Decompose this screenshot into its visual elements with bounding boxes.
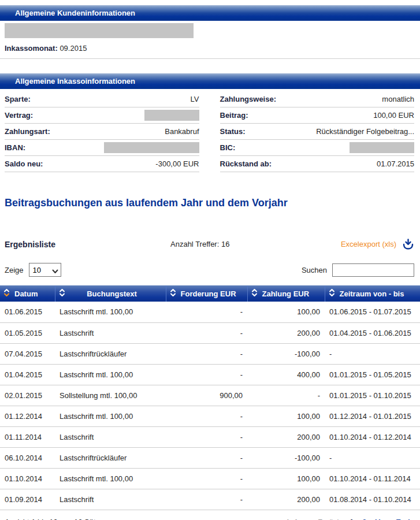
column-label: Zeitraum von - bis [340, 289, 404, 298]
table-row: 01.11.2014Lastschrift-200,0001.10.2014 -… [0, 426, 420, 447]
cell-datum: 07.04.2015 [0, 343, 55, 364]
section-title: Allgemeine Kundeninformationen [15, 9, 135, 17]
table-row: 01.10.2014Lastschrift mtl. 100,00-100,00… [0, 468, 420, 489]
sort-icon [3, 288, 10, 299]
section-header-kundeninformationen: Allgemeine Kundeninformationen [0, 5, 420, 21]
cell-zeitraum-von-bis: 01.10.2014 - 01.12.2014 [325, 426, 420, 447]
table-row: 06.10.2014Lastschriftrückläufer--100,00- [0, 447, 420, 468]
cell-zeitraum-von-bis: - [325, 447, 420, 468]
cell-datum: 01.09.2014 [0, 489, 55, 510]
redacted-value [350, 142, 414, 153]
column-header-datum[interactable]: Datum [0, 285, 55, 302]
cell-buchungstext: Lastschrift [55, 426, 166, 447]
redacted-value [144, 110, 199, 121]
info-value: monatlich [382, 95, 414, 103]
table-row: 02.01.2015Sollstellung mtl. 100,00900,00… [0, 385, 420, 406]
info-label: Sparte: [5, 95, 31, 103]
cell-buchungstext: Lastschrift mtl. 100,00 [55, 406, 166, 426]
sort-icon [59, 288, 65, 299]
cell-zeitraum-von-bis: 01.04.2015 - 01.06.2015 [325, 322, 420, 343]
pagination-page-2[interactable]: 2 [362, 518, 366, 520]
page: Allgemeine Kundeninformationen Inkassomo… [0, 0, 420, 520]
sort-icon [170, 288, 176, 299]
info-label: Saldo neu: [5, 159, 43, 168]
cell-buchungstext: Lastschriftrückläufer [55, 343, 166, 364]
info-row-zahlungsweise: Zahlungsweise:monatlich [220, 91, 415, 107]
cell-zahlung-eur: -100,00 [247, 447, 325, 468]
divider [0, 58, 420, 59]
cell-zeitraum-von-bis: 01.10.2014 - 01.11.2014 [325, 468, 420, 489]
pagination-prev: Zurück [318, 518, 341, 520]
pagination-first: Anfang [285, 518, 309, 520]
info-row-iban: IBAN: [5, 140, 199, 156]
cell-datum: 06.10.2014 [0, 447, 55, 468]
table-controls: Zeige 10 Suchen [5, 263, 414, 277]
table-header-row: DatumBuchungstextForderung EURZahlung EU… [0, 285, 420, 302]
column-label: Zahlung EUR [262, 289, 310, 298]
column-header-zahlung-eur[interactable]: Zahlung EUR [247, 285, 325, 302]
cell-forderung-eur: - [166, 343, 247, 364]
cell-forderung-eur: - [166, 426, 247, 447]
info-value: -300,00 EUR [155, 159, 199, 168]
cell-forderung-eur: - [166, 406, 247, 426]
search-input[interactable] [332, 263, 414, 277]
results-header: Ergebnisliste Anzahl Treffer: 16 Excelex… [5, 238, 414, 250]
table-row: 01.04.2015Lastschrift mtl. 100,00-400,00… [0, 364, 420, 385]
info-column: Zahlungsweise:monatlichBeitrag:100,00 EU… [220, 91, 415, 172]
cell-buchungstext: Sollstellung mtl. 100,00 [55, 385, 166, 406]
sort-icon [329, 288, 335, 299]
cell-datum: 01.11.2014 [0, 426, 55, 447]
cell-forderung-eur: 900,00 [166, 385, 247, 406]
cell-forderung-eur: - [166, 322, 247, 343]
info-row-sparte: Sparte:LV [5, 91, 199, 107]
column-header-buchungstext[interactable]: Buchungstext [55, 285, 166, 302]
redacted-value [104, 142, 199, 153]
info-label: Zahlungsart: [5, 127, 50, 136]
cell-zahlung-eur: - [247, 385, 325, 406]
cell-datum: 01.10.2014 [0, 468, 55, 489]
results-title: Ergebnisliste [5, 240, 170, 249]
page-size-label: Zeige [5, 266, 24, 274]
info-label: IBAN: [5, 143, 25, 152]
info-value: 01.07.2015 [377, 159, 414, 168]
info-value: Rückständiger Folgebeitrag... [316, 127, 414, 136]
cell-forderung-eur: - [166, 489, 247, 510]
inkassomonat-field: Inkassomonat: 09.2015 [5, 44, 420, 53]
cell-zahlung-eur: 200,00 [247, 322, 325, 343]
pagination-page-1[interactable]: 1 [350, 518, 354, 520]
cell-zahlung-eur: 400,00 [247, 364, 325, 385]
column-header-zeitraum-von-bis[interactable]: Zeitraum von - bis [325, 285, 420, 302]
cell-zeitraum-von-bis: - [325, 343, 420, 364]
cell-zeitraum-von-bis: 01.08.2014 - 01.10.2014 [325, 489, 420, 510]
excel-export-label: Excelexport (xls) [341, 240, 396, 248]
cell-forderung-eur: - [166, 364, 247, 385]
cell-buchungstext: Lastschrift [55, 322, 166, 343]
pagination: Anfang Zurück 1 2 Vor Ende [285, 518, 414, 520]
info-row-beitrag: Beitrag:100,00 EUR [220, 107, 415, 124]
cell-zahlung-eur: 200,00 [247, 426, 325, 447]
info-label: Rückstand ab: [220, 159, 272, 168]
cell-forderung-eur: - [166, 468, 247, 489]
column-header-forderung-eur[interactable]: Forderung EUR [166, 285, 247, 302]
info-value: 100,00 EUR [373, 111, 414, 120]
cell-buchungstext: Lastschrift mtl. 100,00 [55, 364, 166, 385]
cell-buchungstext: Lastschrift [55, 489, 166, 510]
table-row: 01.05.2015Lastschrift-200,0001.04.2015 -… [0, 322, 420, 343]
cell-zahlung-eur: 100,00 [247, 468, 325, 489]
table-row: 01.09.2014Lastschrift-200,0001.08.2014 -… [0, 489, 420, 510]
download-icon [402, 238, 414, 250]
cell-datum: 01.05.2015 [0, 322, 55, 343]
pagination-last[interactable]: Ende [396, 518, 414, 520]
info-label: BIC: [220, 143, 236, 152]
cell-zahlung-eur: 100,00 [247, 302, 325, 322]
row-count-summary: Ansicht 1 bis 10 von 16 Sätzen [5, 518, 108, 520]
section-title: Allgemeine Inkassoinformationen [15, 77, 135, 86]
excel-export-link[interactable]: Excelexport (xls) [341, 238, 414, 250]
info-label: Beitrag: [220, 111, 248, 120]
table-body: 01.06.2015Lastschrift mtl. 100,00-100,00… [0, 302, 420, 510]
pagination-next[interactable]: Vor [375, 518, 387, 520]
page-size-select-wrap: 10 [29, 263, 61, 277]
page-size-select[interactable]: 10 [29, 263, 61, 277]
info-column: Sparte:LVVertrag:Zahlungsart:BankabrufIB… [5, 91, 199, 172]
cell-datum: 01.06.2015 [0, 302, 55, 322]
